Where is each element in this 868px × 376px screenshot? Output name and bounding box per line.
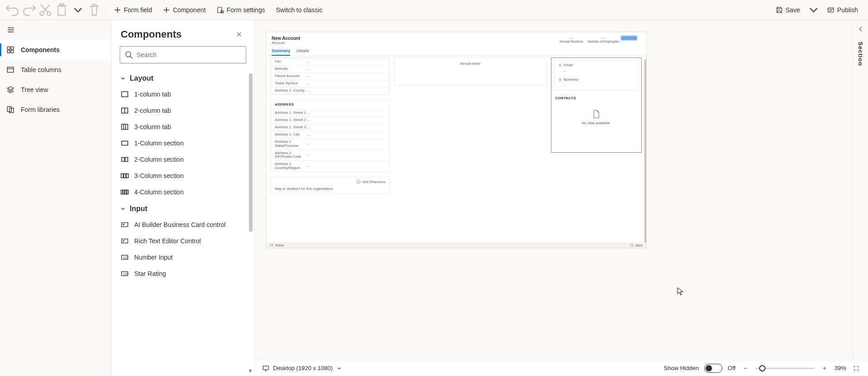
svg-rect-17 xyxy=(122,124,128,129)
directions-icon xyxy=(356,180,361,184)
zoom-out-button[interactable] xyxy=(741,364,750,373)
publish-label: Publish xyxy=(837,6,858,14)
paste-dropdown-icon[interactable] xyxy=(71,3,85,17)
lock-icon xyxy=(558,78,562,82)
publish-button[interactable]: Publish xyxy=(823,4,863,16)
comp-1-column-tab[interactable]: 1-column tab xyxy=(120,86,244,102)
components-list[interactable]: Layout 1-column tab 2-column tab 3-colum… xyxy=(112,70,248,376)
cut-icon[interactable] xyxy=(38,3,53,17)
viewport-picker[interactable]: Desktop (1920 x 1080) xyxy=(262,365,342,372)
search-icon xyxy=(125,51,133,59)
section-address[interactable]: ADDRESS Address 1: Street 1--- Address 1… xyxy=(271,99,390,172)
nav-form-libraries[interactable]: Form libraries xyxy=(0,100,111,120)
form-preview[interactable]: New Account Account ---Annual Revenue --… xyxy=(266,32,647,248)
group-input[interactable]: Input xyxy=(120,200,244,217)
comp-label: 1-Column section xyxy=(134,140,184,147)
hamburger-icon[interactable] xyxy=(0,20,22,40)
plus-icon xyxy=(163,6,170,14)
form-scrollbar[interactable] xyxy=(644,59,646,242)
svg-rect-2 xyxy=(58,5,65,15)
zoom-slider[interactable] xyxy=(756,368,814,369)
field-row[interactable]: Address 1: Street 1--- xyxy=(271,109,389,116)
properties-pane-collapsed: Section xyxy=(853,20,868,360)
show-hidden-toggle[interactable] xyxy=(704,364,722,373)
header-field[interactable]: ---Number of Employees xyxy=(588,36,619,43)
field-row[interactable]: Fax--- xyxy=(271,58,389,65)
nav-tree-view[interactable]: Tree view xyxy=(0,80,111,100)
zoom-thumb[interactable] xyxy=(759,365,766,371)
scroll-down-icon[interactable]: ▼ xyxy=(248,368,253,373)
comp-rich-text[interactable]: Rich Text Editor Control xyxy=(120,233,244,249)
comp-4-column-section[interactable]: 4-Column section xyxy=(120,184,244,200)
svg-point-1 xyxy=(47,12,51,15)
svg-rect-9 xyxy=(7,50,10,53)
form-settings-button[interactable]: Form settings xyxy=(212,4,270,16)
tab-summary[interactable]: Summary xyxy=(272,47,290,56)
save-label: Save xyxy=(785,6,800,14)
nav-table-columns[interactable]: Table columns xyxy=(0,60,111,80)
field-row[interactable]: Address 1: ZIP/Postal Code--- xyxy=(271,149,389,161)
field-row[interactable]: Address 1: County--- xyxy=(271,87,389,94)
section-timeline[interactable]: Almost there xyxy=(394,58,546,86)
close-icon[interactable] xyxy=(233,28,245,41)
add-component-button[interactable]: Component xyxy=(158,4,210,16)
comp-ai-business-card[interactable]: AI Builder Business Card control xyxy=(120,217,244,233)
nav-components[interactable]: Components xyxy=(0,40,111,60)
svg-rect-28 xyxy=(122,223,128,227)
get-directions-link[interactable]: Get Directions xyxy=(362,180,385,184)
field-email[interactable]: Email xyxy=(555,61,638,69)
comp-1-column-section[interactable]: 1-Column section xyxy=(120,135,244,151)
section-map[interactable]: Get Directions Map is disabled for this … xyxy=(271,177,390,194)
comp-3-column-tab[interactable]: 3-column tab xyxy=(120,119,244,135)
field-business[interactable]: Business xyxy=(555,76,638,83)
switch-classic-button[interactable]: Switch to classic xyxy=(271,4,327,16)
svg-point-0 xyxy=(40,12,44,15)
field-row[interactable]: Ticker Symbol--- xyxy=(271,80,389,87)
expand-pane-icon[interactable] xyxy=(855,24,866,34)
fit-to-screen-button[interactable] xyxy=(852,364,861,373)
field-row[interactable]: Address 1: Country/Region--- xyxy=(271,160,389,172)
pane-label: Section xyxy=(857,42,864,66)
tree-view-icon xyxy=(6,86,15,94)
svg-rect-7 xyxy=(7,47,10,49)
comp-2-column-tab[interactable]: 2-column tab xyxy=(120,102,244,119)
comp-3-column-section[interactable]: 3-Column section xyxy=(120,168,244,184)
redo-icon[interactable] xyxy=(22,3,36,17)
map-disabled-text: Map is disabled for this organization. xyxy=(275,187,385,191)
status-save: Save xyxy=(635,244,643,247)
field-row[interactable]: Parent Account--- xyxy=(271,72,389,80)
add-form-field-button[interactable]: Form field xyxy=(109,4,156,16)
chevron-down-icon xyxy=(120,75,126,82)
field-row[interactable]: Address 1: State/Province--- xyxy=(271,138,389,149)
component-label: Component xyxy=(173,6,205,14)
comp-2-column-section[interactable]: 2-Column section xyxy=(120,151,244,168)
delete-icon[interactable] xyxy=(87,3,102,17)
panel-scrollbar[interactable] xyxy=(249,73,253,232)
tab-details[interactable]: Details xyxy=(297,47,309,56)
comp-number-input[interactable]: 123Number Input xyxy=(120,249,244,265)
search-box[interactable] xyxy=(120,46,246,63)
field-row[interactable]: Address 1: Street 2--- xyxy=(271,116,389,124)
field-row[interactable]: Website--- xyxy=(271,65,389,72)
form-field-label: Form field xyxy=(124,6,152,14)
toggle-state: Off xyxy=(728,365,736,371)
comp-label: 1-column tab xyxy=(134,91,171,98)
section-selected[interactable]: Email --- Business --- CONTACTS No data … xyxy=(551,58,642,153)
header-field[interactable]: ---Annual Revenue xyxy=(560,36,583,43)
zoom-in-button[interactable] xyxy=(820,364,829,373)
field-row[interactable]: Address 1: Street 3--- xyxy=(271,124,389,131)
comp-star-rating[interactable]: 123Star Rating xyxy=(120,265,244,282)
paste-icon[interactable] xyxy=(54,3,69,17)
field-row[interactable]: Address 1: City--- xyxy=(271,131,389,138)
svg-rect-4 xyxy=(218,7,222,13)
save-button[interactable]: Save xyxy=(771,4,805,16)
section-header: ADDRESS xyxy=(271,100,389,109)
svg-rect-24 xyxy=(121,190,122,194)
comp-label: 2-column tab xyxy=(134,107,171,114)
save-dropdown-icon[interactable] xyxy=(806,3,821,17)
section-account-info[interactable]: Fax--- Website--- Parent Account--- Tick… xyxy=(271,58,390,95)
search-input[interactable] xyxy=(137,51,241,58)
undo-icon[interactable] xyxy=(5,3,20,17)
svg-rect-22 xyxy=(124,174,126,178)
group-layout[interactable]: Layout xyxy=(120,70,244,86)
